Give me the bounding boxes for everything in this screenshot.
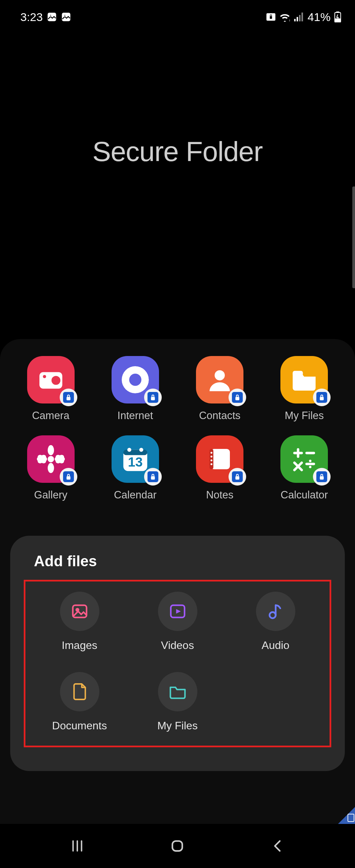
- app-label: My Files: [285, 410, 324, 422]
- lock-badge: [229, 389, 246, 406]
- documents-icon: [60, 672, 99, 711]
- app-icon: [112, 356, 159, 403]
- app-icon: 13: [112, 435, 159, 483]
- svg-rect-65: [173, 841, 182, 851]
- svg-text:13: 13: [128, 455, 143, 469]
- highlighted-options: ImagesVideosAudioDocumentsMy Files: [24, 580, 331, 747]
- app-label: Notes: [206, 489, 234, 501]
- svg-rect-41: [211, 449, 230, 469]
- file-type-label: My Files: [157, 719, 198, 732]
- file-type-label: Videos: [161, 639, 194, 652]
- svg-rect-20: [151, 397, 155, 400]
- add-files-sheet: Add files ImagesVideosAudioDocumentsMy F…: [10, 536, 345, 771]
- videos-icon: [158, 592, 197, 631]
- app-calendar[interactable]: 13Calendar: [95, 435, 176, 501]
- svg-point-26: [47, 445, 54, 455]
- svg-rect-34: [66, 476, 70, 480]
- battery-text: 41%: [308, 11, 331, 24]
- app-icon: [280, 435, 328, 483]
- app-icon: [196, 435, 243, 483]
- battery-icon: [334, 12, 341, 22]
- add-videos-option[interactable]: Videos: [130, 592, 225, 652]
- svg-point-1: [50, 15, 52, 16]
- app-icon: [27, 435, 75, 483]
- secure-corner-badge: [338, 807, 355, 824]
- status-left: 3:23: [20, 11, 71, 24]
- sheet-title: Add files: [34, 553, 331, 570]
- status-right: ↑ 41%: [266, 11, 341, 24]
- svg-point-43: [211, 452, 213, 454]
- app-grid: CameraInternetContactsMy FilesGallery13C…: [10, 356, 345, 501]
- status-time: 3:23: [20, 11, 43, 24]
- app-notes[interactable]: Notes: [179, 435, 260, 501]
- svg-rect-5: [270, 16, 272, 19]
- app-my-files[interactable]: My Files: [264, 356, 345, 422]
- app-label: Calculator: [281, 489, 328, 501]
- lock-badge: [229, 468, 246, 486]
- svg-rect-47: [235, 476, 239, 480]
- svg-rect-24: [320, 397, 324, 400]
- app-contacts[interactable]: Contacts: [179, 356, 260, 422]
- status-bar: 3:23 ↑ 41%: [0, 0, 355, 31]
- svg-rect-10: [301, 13, 303, 21]
- svg-point-16: [43, 375, 46, 378]
- svg-rect-40: [151, 476, 155, 480]
- lock-badge: [60, 468, 77, 486]
- app-label: Camera: [32, 410, 69, 422]
- app-gallery[interactable]: Gallery: [10, 435, 91, 501]
- add-images-option[interactable]: Images: [32, 592, 127, 652]
- add-audio-option[interactable]: Audio: [228, 592, 323, 652]
- app-internet[interactable]: Internet: [95, 356, 176, 422]
- svg-point-3: [64, 15, 66, 16]
- secure-card-icon: [266, 13, 276, 21]
- page-title: Secure Folder: [0, 136, 355, 167]
- svg-point-19: [129, 374, 141, 386]
- app-icon: [27, 356, 75, 403]
- image-indicator-icon: [47, 12, 57, 22]
- svg-rect-17: [66, 397, 70, 400]
- svg-point-45: [211, 459, 213, 461]
- svg-rect-7: [294, 19, 295, 21]
- audio-icon: [256, 592, 295, 631]
- svg-point-44: [211, 456, 213, 458]
- folder-icon: [158, 672, 197, 711]
- home-button[interactable]: [169, 837, 186, 854]
- svg-point-27: [47, 463, 54, 473]
- back-button[interactable]: [269, 837, 286, 854]
- svg-point-25: [47, 456, 54, 462]
- add-documents-option[interactable]: Documents: [32, 672, 127, 732]
- lock-badge: [313, 468, 331, 486]
- svg-point-46: [211, 463, 213, 465]
- app-label: Contacts: [199, 410, 240, 422]
- signal-icon: [294, 13, 304, 21]
- svg-rect-9: [299, 15, 300, 21]
- svg-point-60: [270, 612, 276, 618]
- recents-button[interactable]: [69, 837, 86, 854]
- app-calculator[interactable]: Calculator: [264, 435, 345, 501]
- images-icon: [60, 592, 99, 631]
- file-type-grid: ImagesVideosAudioDocumentsMy Files: [32, 592, 323, 732]
- lock-badge: [144, 389, 162, 406]
- file-type-label: Documents: [52, 719, 107, 732]
- lock-badge: [144, 468, 162, 486]
- app-camera[interactable]: Camera: [10, 356, 91, 422]
- navigation-bar: [0, 824, 355, 868]
- svg-rect-22: [235, 397, 239, 400]
- file-type-label: Audio: [262, 639, 290, 652]
- svg-point-38: [139, 448, 143, 452]
- app-label: Calendar: [114, 489, 157, 501]
- svg-rect-56: [320, 476, 324, 480]
- lock-badge: [313, 389, 331, 406]
- app-label: Gallery: [34, 489, 67, 501]
- app-label: Internet: [117, 410, 153, 422]
- lock-badge: [60, 389, 77, 406]
- file-type-label: Images: [62, 639, 97, 652]
- svg-point-21: [215, 370, 225, 380]
- scrollbar[interactable]: [352, 186, 355, 288]
- svg-point-15: [52, 376, 60, 385]
- add-my-files-option[interactable]: My Files: [130, 672, 225, 732]
- wifi-icon: ↑: [279, 12, 291, 22]
- image-indicator-icon: [61, 12, 71, 22]
- svg-rect-8: [297, 17, 298, 21]
- app-icon: [280, 356, 328, 403]
